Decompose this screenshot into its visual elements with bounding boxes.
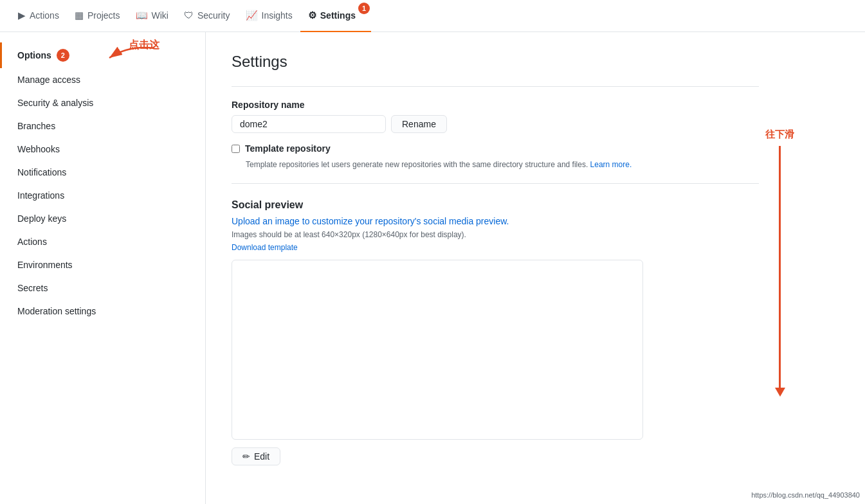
sidebar-notifications-label: Notifications xyxy=(17,167,66,177)
tab-settings[interactable]: ⚙ Settings 1 xyxy=(300,0,371,32)
tab-settings-label: Settings xyxy=(320,10,356,21)
sidebar-item-security-analysis[interactable]: Security & analysis xyxy=(0,91,205,114)
sidebar-item-moderation[interactable]: Moderation settings xyxy=(0,300,205,323)
download-template-link[interactable]: Download template xyxy=(232,243,298,252)
tab-projects-label: Projects xyxy=(87,10,120,21)
settings-badge: 1 xyxy=(358,3,370,14)
sidebar-item-integrations[interactable]: Integrations xyxy=(0,184,205,207)
page-title: Settings xyxy=(232,53,759,71)
social-hint: Images should be at least 640×320px (128… xyxy=(232,230,759,239)
sidebar-item-webhooks[interactable]: Webhooks xyxy=(0,138,205,161)
sidebar-actions-label: Actions xyxy=(17,237,47,247)
sidebar-item-secrets[interactable]: Secrets xyxy=(0,276,205,300)
learn-more-link[interactable]: Learn more. xyxy=(590,160,632,169)
tab-wiki-label: Wiki xyxy=(152,10,168,21)
sidebar-item-notifications[interactable]: Notifications xyxy=(0,161,205,184)
edit-pencil-icon: ✏ xyxy=(242,451,250,462)
projects-icon: ▦ xyxy=(75,10,84,21)
social-preview-title: Social preview xyxy=(232,199,759,211)
social-upload-link: Upload an image to customize your reposi… xyxy=(232,216,759,226)
image-upload-box[interactable] xyxy=(232,260,643,440)
options-badge: 2 xyxy=(57,49,69,62)
tab-insights-label: Insights xyxy=(262,10,293,21)
sidebar-options-label: Options xyxy=(17,50,51,60)
repo-name-input[interactable] xyxy=(232,115,386,133)
sidebar-security-analysis-label: Security & analysis xyxy=(17,98,93,108)
edit-button[interactable]: ✏ Edit xyxy=(232,447,280,465)
tab-security-label: Security xyxy=(197,10,230,21)
tab-security[interactable]: 🛡 Security xyxy=(176,0,238,32)
sidebar-webhooks-label: Webhooks xyxy=(17,144,60,154)
rename-button[interactable]: Rename xyxy=(391,115,447,133)
sidebar-item-options[interactable]: Options 2 xyxy=(0,42,205,68)
repo-name-row: Rename xyxy=(232,115,759,133)
page-layout: Options 2 Manage access Security & analy… xyxy=(0,32,865,504)
wiki-icon: 📖 xyxy=(136,10,148,21)
sidebar-integrations-label: Integrations xyxy=(17,190,64,201)
divider-social xyxy=(232,183,759,184)
sidebar: Options 2 Manage access Security & analy… xyxy=(0,32,206,504)
template-repo-checkbox[interactable] xyxy=(232,145,240,153)
settings-icon: ⚙ xyxy=(308,10,316,21)
social-upload-anchor[interactable]: Upload an image to customize your reposi… xyxy=(232,216,509,226)
template-repo-row: Template repository xyxy=(232,143,759,154)
tab-actions-label: Actions xyxy=(30,10,59,21)
sidebar-manage-access-label: Manage access xyxy=(17,75,80,85)
top-nav: ▶ Actions ▦ Projects 📖 Wiki 🛡 Security 📈… xyxy=(0,0,865,32)
template-repo-label: Template repository xyxy=(245,143,331,154)
main-content: Settings Repository name Rename Template… xyxy=(206,32,785,504)
template-desc-text: Template repositories let users generate… xyxy=(246,160,588,169)
repo-name-label: Repository name xyxy=(232,100,759,110)
sidebar-item-actions[interactable]: Actions xyxy=(0,230,205,253)
sidebar-secrets-label: Secrets xyxy=(17,283,48,293)
sidebar-moderation-label: Moderation settings xyxy=(17,306,96,316)
tab-insights[interactable]: 📈 Insights xyxy=(238,0,300,32)
divider-top xyxy=(232,86,759,87)
tab-projects[interactable]: ▦ Projects xyxy=(67,0,128,32)
sidebar-environments-label: Environments xyxy=(17,260,73,270)
sidebar-item-branches[interactable]: Branches xyxy=(0,114,205,138)
insights-icon: 📈 xyxy=(246,10,258,21)
security-icon: 🛡 xyxy=(184,10,194,21)
actions-icon: ▶ xyxy=(18,10,26,21)
watermark: https://blog.csdn.net/qq_44903840 xyxy=(751,491,860,499)
template-repo-desc: Template repositories let users generate… xyxy=(246,159,759,170)
sidebar-deploy-keys-label: Deploy keys xyxy=(17,213,66,224)
edit-button-label: Edit xyxy=(254,451,269,462)
sidebar-item-environments[interactable]: Environments xyxy=(0,253,205,276)
sidebar-branches-label: Branches xyxy=(17,121,55,131)
tab-actions[interactable]: ▶ Actions xyxy=(10,0,67,32)
tab-wiki[interactable]: 📖 Wiki xyxy=(128,0,176,32)
sidebar-item-deploy-keys[interactable]: Deploy keys xyxy=(0,207,205,230)
sidebar-item-manage-access[interactable]: Manage access xyxy=(0,68,205,91)
